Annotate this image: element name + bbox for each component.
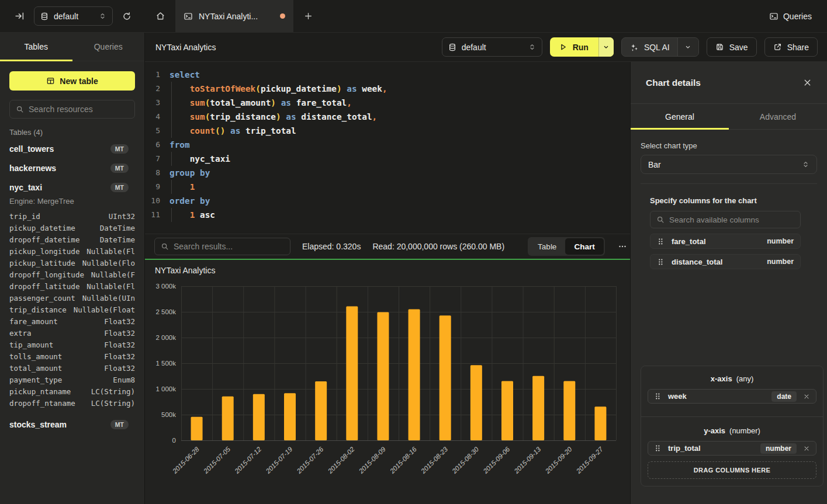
bar[interactable]: [346, 306, 358, 440]
bar[interactable]: [315, 381, 327, 440]
sparkles-icon: [629, 43, 639, 52]
table-row[interactable]: nyc_taxiMT: [0, 178, 144, 197]
table-row[interactable]: stocks_streamMT: [0, 415, 144, 434]
code-content: sum(total_amount) as fare_total,: [160, 96, 352, 110]
save-button[interactable]: Save: [707, 37, 757, 57]
database-selector[interactable]: default: [34, 6, 113, 26]
column-name: dropoff_longitude: [9, 270, 84, 279]
drag-handle-icon[interactable]: [654, 392, 662, 400]
column-type: Enum8: [113, 376, 135, 384]
line-number: 10: [145, 194, 160, 208]
sidebar-tab-queries[interactable]: Queries: [72, 33, 145, 61]
available-column-row[interactable]: fare_totalnumber: [650, 234, 801, 249]
tables-count-label: Tables (4): [9, 128, 135, 137]
main-content: NYTaxi Analytics default Run: [145, 33, 827, 504]
code-token: fare_total: [296, 98, 347, 107]
refresh-icon[interactable]: [122, 12, 132, 21]
available-column-row[interactable]: distance_totalnumber: [650, 254, 801, 269]
table-row[interactable]: cell_towersMT: [0, 139, 144, 158]
new-table-label: New table: [60, 77, 98, 86]
bar[interactable]: [222, 397, 234, 440]
code-content: nyc_taxi: [160, 152, 230, 166]
code-content: 1: [160, 180, 195, 194]
close-icon[interactable]: [803, 78, 812, 87]
remove-icon[interactable]: [803, 393, 810, 400]
axis-name: y-axis: [704, 426, 725, 435]
bar[interactable]: [253, 394, 265, 440]
code-token: sum: [190, 98, 205, 107]
tab-nytaxi-analytics[interactable]: NYTaxi Analyti...: [175, 0, 293, 32]
bar[interactable]: [377, 312, 389, 440]
column-name: dropoff_latitude: [9, 282, 79, 291]
line-number: 6: [145, 138, 160, 152]
code-token: as: [347, 84, 357, 93]
axis-column-chip[interactable]: trip_totalnumber: [648, 441, 816, 456]
remove-icon[interactable]: [803, 445, 810, 452]
queries-button[interactable]: Queries: [769, 0, 827, 32]
bar[interactable]: [409, 309, 420, 440]
code-token: count: [190, 126, 215, 135]
toolbar-database-selector[interactable]: default: [442, 37, 542, 57]
new-tab-button[interactable]: [293, 0, 323, 32]
table-icon: [46, 77, 55, 85]
axis-label: x-axis(any): [648, 374, 816, 383]
query-toolbar: NYTaxi Analytics default Run: [145, 33, 827, 62]
column-type: Nullable(Fl: [86, 282, 135, 291]
code-content: group by: [160, 166, 210, 180]
columns-search-input[interactable]: Search available columns: [650, 211, 801, 228]
chart-details-tab-general[interactable]: General: [631, 104, 729, 129]
code-token: [169, 98, 190, 107]
axis-column-chip[interactable]: weekdate: [648, 389, 816, 404]
share-button[interactable]: Share: [764, 37, 818, 57]
new-table-button[interactable]: New table: [9, 71, 135, 91]
code-line: 4 sum(trip_distance) as distance_total,: [145, 110, 630, 124]
drag-handle-icon[interactable]: [657, 258, 665, 266]
code-token: total_amount: [210, 98, 271, 107]
column-type: Float32: [104, 329, 135, 338]
table-row[interactable]: hackernewsMT: [0, 158, 144, 178]
home-tab[interactable]: [145, 0, 175, 32]
bar[interactable]: [501, 381, 513, 440]
chart-details-title: Chart details: [646, 78, 701, 88]
bar[interactable]: [470, 365, 482, 440]
bar[interactable]: [563, 381, 575, 440]
chevron-updown-icon: [528, 43, 536, 51]
line-number: 8: [145, 166, 160, 180]
drag-handle-icon[interactable]: [654, 444, 662, 452]
results-search-input[interactable]: Search results...: [154, 238, 290, 255]
sql-editor[interactable]: 1select2 toStartOfWeek(pickup_datetime) …: [145, 62, 630, 234]
run-button[interactable]: Run: [550, 37, 598, 57]
drag-columns-zone[interactable]: DRAG COLUMNS HERE: [648, 461, 816, 479]
table-name: nyc_taxi: [9, 183, 42, 192]
code-token: select: [169, 70, 200, 79]
code-token: ): [276, 112, 281, 121]
bar[interactable]: [284, 393, 296, 440]
column-row: payment_typeEnum8: [0, 374, 144, 385]
sql-ai-options-button[interactable]: [677, 38, 698, 56]
column-row: fare_amountFloat32: [0, 315, 144, 327]
bar[interactable]: [594, 406, 606, 440]
table-name: stocks_stream: [9, 420, 67, 429]
bar[interactable]: [440, 315, 451, 440]
chart-type-select[interactable]: Bar: [641, 155, 817, 174]
sidebar-tab-tables[interactable]: Tables: [0, 33, 72, 61]
collapse-sidebar-icon[interactable]: [15, 11, 25, 21]
code-line: 8group by: [145, 166, 630, 180]
code-token: [169, 210, 190, 220]
editor-column: 1select2 toStartOfWeek(pickup_datetime) …: [145, 62, 630, 504]
view-toggle-table[interactable]: Table: [529, 238, 565, 255]
sidebar-search-input[interactable]: Search resources: [9, 100, 135, 119]
x-tick-label: 2015-08-30: [450, 446, 480, 475]
sql-ai-button[interactable]: SQL AI: [622, 38, 677, 56]
drag-handle-icon[interactable]: [657, 238, 665, 245]
run-options-button[interactable]: [598, 37, 614, 57]
more-options-button[interactable]: [617, 242, 627, 251]
bar[interactable]: [532, 376, 544, 440]
column-name: dropoff_datetime: [9, 235, 79, 244]
bar[interactable]: [191, 417, 203, 440]
chart-details-tab-advanced[interactable]: Advanced: [729, 104, 827, 129]
column-row: pickup_datetimeDateTime: [0, 222, 144, 234]
engine-badge: MT: [110, 183, 129, 192]
view-toggle-chart[interactable]: Chart: [565, 238, 603, 255]
x-tick-label: 2015-08-02: [326, 446, 356, 475]
